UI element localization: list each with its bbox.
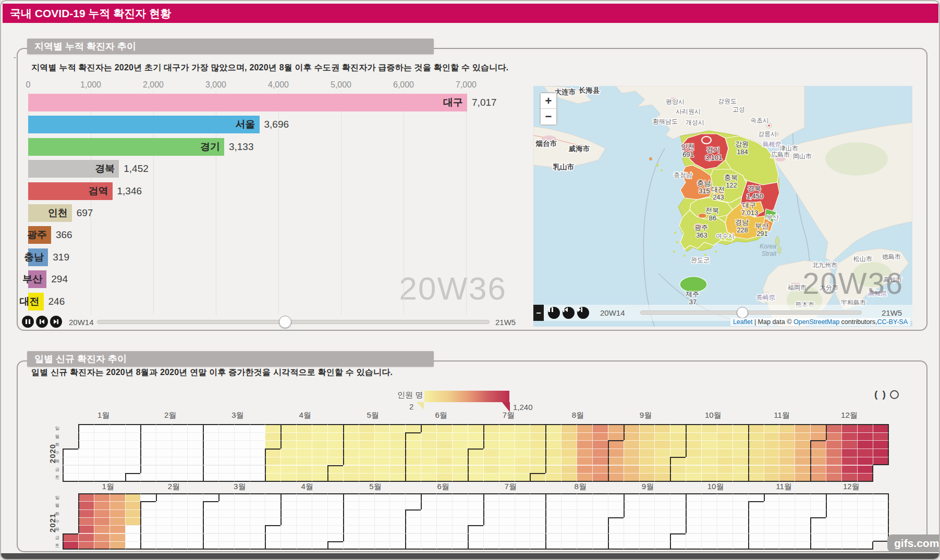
day-cell[interactable] [733,449,749,457]
day-cell[interactable] [109,465,126,474]
day-cell[interactable] [94,440,110,449]
day-cell[interactable] [654,493,670,502]
day-cell[interactable] [265,465,281,474]
day-cell[interactable] [343,424,359,433]
day-cell[interactable] [156,541,172,550]
day-cell[interactable] [359,432,375,441]
day-cell[interactable] [250,525,266,533]
day-cell[interactable] [468,465,484,474]
day-cell[interactable] [234,457,250,466]
day-cell[interactable] [389,517,406,526]
day-cell[interactable] [561,509,577,518]
day-cell[interactable] [545,509,561,518]
loop-icon[interactable]: ( ) [874,389,887,400]
day-cell[interactable] [389,424,406,433]
day-cell[interactable] [608,541,624,550]
day-cell[interactable] [265,509,281,518]
day-cell[interactable] [78,493,94,502]
day-cell[interactable] [280,517,297,526]
day-cell[interactable] [592,533,608,542]
day-cell[interactable] [545,541,561,550]
day-cell[interactable] [592,525,608,533]
day-cell[interactable] [109,517,126,526]
day-cell[interactable] [701,525,717,533]
day-cell[interactable] [374,533,390,542]
day-cell[interactable] [343,432,359,441]
day-cell[interactable] [841,493,858,502]
day-cell[interactable] [639,533,655,542]
day-cell[interactable] [343,449,359,457]
day-cell[interactable] [78,541,94,550]
day-cell[interactable] [452,465,468,474]
day-cell[interactable] [654,525,670,533]
day-cell[interactable] [280,424,297,433]
day-cell[interactable] [717,457,733,466]
day-cell[interactable] [436,509,453,518]
day-cell[interactable] [234,533,250,542]
day-cell[interactable] [499,457,515,466]
day-cell[interactable] [218,465,235,474]
zoom-out-button[interactable]: − [541,109,556,125]
day-cell[interactable] [234,501,250,509]
day-cell[interactable] [826,424,842,433]
day-cell[interactable] [733,440,749,449]
day-cell[interactable] [608,449,624,457]
day-cell[interactable] [857,465,873,474]
day-cell[interactable] [125,424,141,433]
day-cell[interactable] [795,449,811,457]
day-cell[interactable] [109,449,126,457]
day-cell[interactable] [624,424,640,433]
day-cell[interactable] [327,517,344,526]
day-cell[interactable] [530,501,546,509]
day-cell[interactable] [873,509,889,518]
day-cell[interactable] [63,457,79,466]
day-cell[interactable] [545,533,561,542]
day-cell[interactable] [748,533,764,542]
day-cell[interactable] [592,432,608,441]
day-cell[interactable] [405,424,421,433]
bar-서울[interactable] [28,116,260,133]
day-cell[interactable] [483,541,499,550]
day-cell[interactable] [826,525,842,533]
day-cell[interactable] [140,449,156,457]
day-cell[interactable] [374,432,390,441]
day-cell[interactable] [483,457,499,466]
day-cell[interactable] [483,533,499,542]
day-cell[interactable] [296,449,312,457]
day-cell[interactable] [561,432,577,441]
day-cell[interactable] [203,525,219,533]
day-cell[interactable] [265,533,281,542]
day-cell[interactable] [203,501,219,509]
day-cell[interactable] [296,525,312,533]
day-cell[interactable] [421,465,437,474]
day-cell[interactable] [187,517,203,526]
day-cell[interactable] [405,449,421,457]
day-cell[interactable] [452,449,468,457]
day-cell[interactable] [592,424,608,433]
day-cell[interactable] [810,541,826,550]
day-cell[interactable] [312,449,328,457]
day-cell[interactable] [733,465,749,474]
day-cell[interactable] [499,424,515,433]
day-cell[interactable] [577,424,593,433]
day-cell[interactable] [841,517,858,526]
day-cell[interactable] [468,457,484,466]
day-cell[interactable] [94,501,110,509]
day-cell[interactable] [436,432,453,441]
day-cell[interactable] [733,517,749,526]
day-cell[interactable] [795,424,811,433]
day-cell[interactable] [109,541,126,550]
day-cell[interactable] [78,432,94,441]
day-cell[interactable] [826,457,842,466]
day-cell[interactable] [624,509,640,518]
day-cell[interactable] [234,440,250,449]
map-timeline-slider[interactable] [640,310,862,315]
day-cell[interactable] [327,432,344,441]
day-cell[interactable] [468,541,484,550]
day-cell[interactable] [795,501,811,509]
day-cell[interactable] [530,525,546,533]
day-cell[interactable] [639,432,655,441]
day-cell[interactable] [530,432,546,441]
day-cell[interactable] [125,509,141,518]
day-cell[interactable] [203,517,219,526]
